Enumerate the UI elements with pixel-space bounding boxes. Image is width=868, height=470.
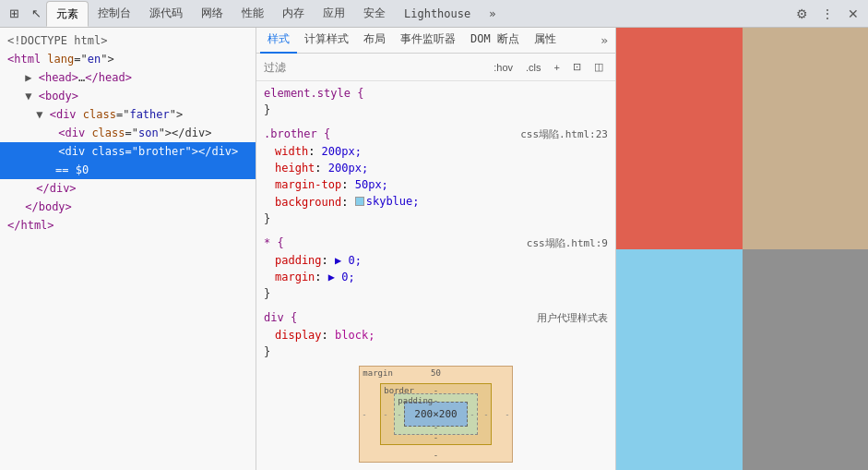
gear-icon: ⚙ xyxy=(796,6,808,21)
padding-bottom-val: - xyxy=(434,423,438,432)
tab-styles[interactable]: 样式 xyxy=(260,28,297,54)
margin-top-val: 50 xyxy=(431,368,441,378)
close-button[interactable]: ✕ xyxy=(842,3,864,25)
add-rule-button[interactable]: + xyxy=(550,60,565,75)
rule-source-brother[interactable]: css塌陷.html:23 xyxy=(520,127,608,143)
dom-panel: <!DOCTYPE html> <html lang="en"> ▶ <head… xyxy=(0,28,256,470)
close-icon: ✕ xyxy=(848,6,859,21)
rule-source-div: 用户代理样式表 xyxy=(537,310,608,327)
center-panel: 样式 计算样式 布局 事件监听器 DOM 断点 属性 » xyxy=(256,28,616,470)
devtools-icon-btn[interactable]: ⊞ xyxy=(4,4,24,24)
tab-console[interactable]: 控制台 xyxy=(89,1,140,27)
tab-more-styles[interactable]: » xyxy=(597,33,612,47)
cls-button[interactable]: .cls xyxy=(521,60,546,75)
more-button[interactable]: ⋮ xyxy=(816,3,838,25)
preview-area xyxy=(616,28,868,470)
dom-line-html[interactable]: <html lang="en"> xyxy=(0,50,256,68)
rule-element-style: element.style { } xyxy=(264,85,608,118)
cursor-icon-btn[interactable]: ↖ xyxy=(26,4,46,24)
tab-memory[interactable]: 内存 xyxy=(273,1,314,27)
tab-lighthouse[interactable]: Lighthouse xyxy=(395,1,480,27)
preview-cell-red xyxy=(616,28,743,249)
rule-universal: * { css塌陷.html:9 padding: ▶ 0; margin: ▶… xyxy=(264,235,608,302)
tab-bar: ⊞ ↖ 元素 控制台 源代码 网络 性能 内存 应用 安全 Lighthouse… xyxy=(0,0,868,28)
border-left-val: - xyxy=(383,410,387,419)
settings-button[interactable]: ⚙ xyxy=(791,3,813,25)
styles-content: element.style { } .brother { css塌陷.html:… xyxy=(256,81,615,358)
tab-bar-right: ⚙ ⋮ ✕ xyxy=(791,3,864,25)
filter-bar: :hov .cls + ⊡ ◫ xyxy=(256,54,615,81)
layout-icon: ◫ xyxy=(594,61,603,72)
dom-line-html-close[interactable]: </html> xyxy=(0,216,256,235)
tab-security[interactable]: 安全 xyxy=(354,1,395,27)
dom-line-son[interactable]: <div class="son"></div> xyxy=(0,124,256,142)
rule-div: div { 用户代理样式表 display: block; } xyxy=(264,309,608,358)
rule-source-universal[interactable]: css塌陷.html:9 xyxy=(527,235,608,252)
tab-dom-breakpoints[interactable]: DOM 断点 xyxy=(463,28,527,54)
margin-bottom-val: - xyxy=(434,451,438,460)
dom-line-doctype[interactable]: <!DOCTYPE html> xyxy=(0,31,256,50)
box-model-section: margin 50 - - - border - - - - padding -… xyxy=(256,358,615,470)
margin-label: margin xyxy=(363,368,393,378)
padding-right-val: - xyxy=(470,410,474,419)
padding-top-val: - xyxy=(434,396,438,405)
dock-button[interactable]: ⊡ xyxy=(568,59,586,75)
tab-bar-left: ⊞ ↖ xyxy=(4,4,46,24)
tab-event-listeners[interactable]: 事件监听器 xyxy=(393,28,463,54)
dom-line-brother[interactable]: <div class="brother"></div> xyxy=(0,142,256,161)
tab-sources[interactable]: 源代码 xyxy=(140,1,192,27)
tab-application[interactable]: 应用 xyxy=(314,1,354,27)
tab-layout[interactable]: 布局 xyxy=(356,28,393,54)
dom-line-father[interactable]: ▼ <div class="father"> xyxy=(0,105,256,124)
box-padding: padding - - - - 200×200 xyxy=(394,393,477,435)
tab-properties[interactable]: 属性 xyxy=(527,28,564,54)
tab-computed[interactable]: 计算样式 xyxy=(297,28,356,54)
dock-icon: ⊡ xyxy=(573,61,581,72)
dom-line-body-close[interactable]: </body> xyxy=(0,198,256,216)
padding-left-val: - xyxy=(397,410,401,419)
box-border: border - - - - padding - - - - 200×200 xyxy=(380,383,491,445)
tab-performance[interactable]: 性能 xyxy=(232,1,273,27)
dom-line-head[interactable]: ▶ <head>…</head> xyxy=(0,68,256,87)
preview-cell-tan xyxy=(743,28,869,249)
tab-network[interactable]: 网络 xyxy=(192,1,232,27)
hov-button[interactable]: :hov xyxy=(489,60,517,75)
tab-elements[interactable]: 元素 xyxy=(46,1,89,27)
dom-line-dollar[interactable]: == $0 xyxy=(0,161,256,179)
filter-input[interactable] xyxy=(264,61,489,74)
devtools-body: <!DOCTYPE html> <html lang="en"> ▶ <head… xyxy=(0,28,868,470)
preview-cell-skyblue xyxy=(616,249,743,471)
color-swatch-skyblue xyxy=(355,197,364,206)
dom-line-body[interactable]: ▼ <body> xyxy=(0,87,256,105)
tab-more[interactable]: » xyxy=(480,1,505,27)
styles-tab-bar: 样式 计算样式 布局 事件监听器 DOM 断点 属性 » xyxy=(256,28,615,54)
filter-right: :hov .cls + ⊡ ◫ xyxy=(489,59,608,75)
dom-line-father-close[interactable]: </div> xyxy=(0,179,256,198)
margin-left-val: - xyxy=(362,410,366,419)
border-right-val: - xyxy=(483,410,488,419)
more-filter-button[interactable]: ◫ xyxy=(589,59,608,75)
more-icon: ⋮ xyxy=(821,6,834,21)
rule-brother: .brother { css塌陷.html:23 width: 200px; h… xyxy=(264,126,608,227)
preview-cell-gray xyxy=(743,249,869,471)
margin-right-val: - xyxy=(505,410,509,419)
padding-label: padding xyxy=(398,396,433,405)
box-margin: margin 50 - - - border - - - - padding -… xyxy=(359,366,512,463)
